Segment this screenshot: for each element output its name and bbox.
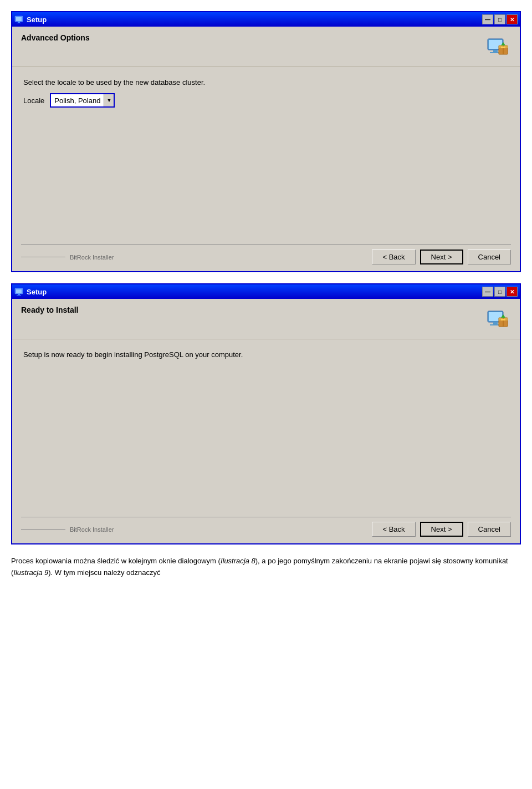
svg-rect-2 [18, 22, 20, 23]
next-button-1[interactable]: Next > [420, 250, 463, 264]
svg-rect-14 [16, 289, 22, 293]
title-bar-buttons-2: — □ ✕ [482, 287, 518, 297]
header-title-2: Ready to Install [21, 306, 78, 314]
footer-buttons-1: < Back Next > Cancel [372, 250, 511, 264]
window-content-1: Advanced Options Select the locale to be… [12, 27, 520, 271]
header-icon-1 [484, 33, 511, 60]
close-button-2[interactable]: ✕ [507, 287, 518, 297]
svg-rect-16 [17, 295, 21, 296]
description-text-1: Select the locale to be used by the new … [23, 78, 509, 86]
cancel-button-2[interactable]: Cancel [468, 522, 511, 537]
window-content-2: Ready to Install Setup is now ready to b… [12, 299, 520, 543]
footer-buttons-2: < Back Next > Cancel [372, 522, 511, 537]
title-bar-2: Setup — □ ✕ [12, 284, 520, 299]
title-bar-left-1: Setup [14, 15, 47, 24]
locale-dropdown-arrow[interactable]: ▼ [104, 94, 114, 106]
bottom-text-em1: Ilustracja 8 [221, 557, 255, 565]
title-bar-left-2: Setup [14, 287, 47, 296]
svg-rect-19 [493, 322, 498, 324]
header-title-1: Advanced Options [21, 33, 90, 42]
dialog-body-2: Setup is now ready to begin installing P… [12, 339, 520, 517]
bottom-text-before-em1: Proces kopiowania można śledzić w kolejn… [11, 557, 221, 565]
dialog-footer-1: BitRock Installer < Back Next > Cancel [12, 245, 520, 271]
minimize-button-1[interactable]: — [482, 14, 493, 24]
title-text-1: Setup [27, 16, 47, 24]
back-button-2[interactable]: < Back [372, 522, 415, 537]
next-button-2[interactable]: Next > [420, 522, 463, 537]
brand-text-2: BitRock Installer [70, 526, 114, 533]
brand-text-1: BitRock Installer [70, 254, 114, 261]
brand-1: BitRock Installer [21, 254, 114, 261]
svg-rect-15 [18, 294, 20, 295]
svg-rect-1 [16, 17, 22, 21]
maximize-button-1[interactable]: □ [494, 14, 505, 24]
dialog-header-title-text-1: Advanced Options [21, 33, 90, 42]
locale-select-value: Polish, Poland [51, 95, 104, 106]
bottom-text-em2: Ilustracja 9 [13, 568, 48, 577]
cancel-button-1[interactable]: Cancel [468, 250, 511, 264]
header-icon-2 [484, 306, 511, 332]
locale-row: Locale Polish, Poland ▼ [23, 93, 509, 108]
svg-rect-24 [501, 319, 505, 320]
dialog-header-1: Advanced Options [12, 27, 520, 67]
title-bar-1: Setup — □ ✕ [12, 12, 520, 27]
minimize-button-2[interactable]: — [482, 287, 493, 297]
dialog-body-1: Select the locale to be used by the new … [12, 67, 520, 245]
locale-label: Locale [23, 96, 44, 105]
setup-icon-2 [14, 287, 23, 296]
dialog-header-2: Ready to Install [12, 299, 520, 339]
dialog-header-title-text-2: Ready to Install [21, 306, 78, 314]
setup-window-2: Setup — □ ✕ Ready to Install [11, 283, 521, 544]
dialog-footer-2: BitRock Installer < Back Next > Cancel [12, 517, 520, 543]
svg-rect-11 [501, 47, 505, 48]
close-button-1[interactable]: ✕ [507, 14, 518, 24]
locale-select-container[interactable]: Polish, Poland ▼ [50, 93, 115, 108]
setup-window-1: Setup — □ ✕ Advanced Options [11, 11, 521, 272]
maximize-button-2[interactable]: □ [494, 287, 505, 297]
bottom-paragraph: Proces kopiowania można śledzić w kolejn… [11, 556, 521, 579]
setup-icon-1 [14, 15, 23, 24]
back-button-1[interactable]: < Back [372, 250, 415, 264]
title-bar-buttons-1: — □ ✕ [482, 14, 518, 24]
bottom-text-after-em2: ). W tym miejscu należy odznaczyć [48, 568, 160, 577]
title-text-2: Setup [27, 288, 47, 296]
brand-2: BitRock Installer [21, 526, 114, 533]
svg-rect-3 [17, 23, 21, 23]
svg-rect-6 [493, 50, 498, 52]
description-text-2: Setup is now ready to begin installing P… [23, 350, 509, 359]
